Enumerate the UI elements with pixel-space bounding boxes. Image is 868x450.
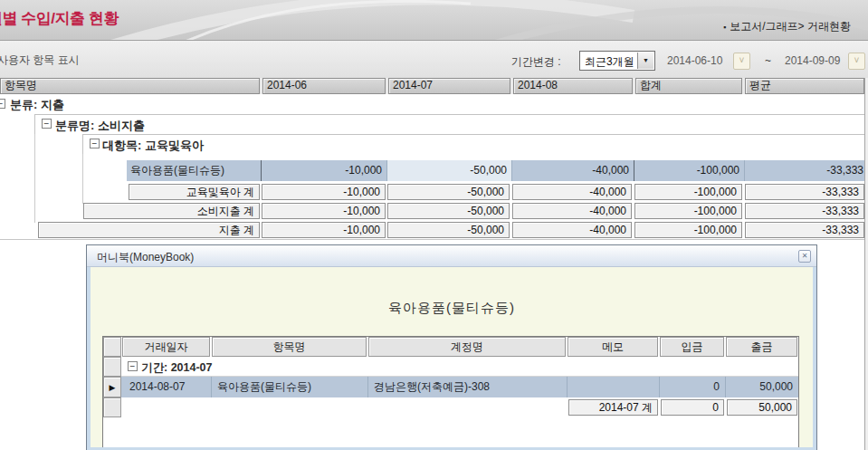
data-cell-2014-07-selected[interactable]: -50,000: [386, 160, 511, 181]
group-panel-level2: [34, 114, 865, 135]
summary-cell: -33,333: [745, 203, 864, 219]
toolbar: 사용자 항목 표시 기간변경 : 최근3개월 ▼ 2014-06-10 ˅ ~ …: [0, 41, 868, 78]
column-header-total[interactable]: 합계: [635, 78, 742, 94]
popup-cell-withdrawal[interactable]: 50,000: [725, 377, 798, 397]
summary-cell: -50,000: [387, 222, 510, 238]
indent-guide-line: [82, 154, 83, 204]
close-icon: ✕: [802, 252, 808, 260]
popup-column-withdrawal[interactable]: 출금: [726, 337, 797, 357]
popup-heading: 육아용품(물티슈등): [91, 300, 813, 317]
data-cell-total[interactable]: -100,000: [634, 160, 744, 181]
popup-summary-deposit: 0: [661, 399, 724, 416]
popup-cell-item[interactable]: 육아용품(물티슈등): [211, 377, 367, 397]
popup-window-title: 머니북(MoneyBook): [97, 250, 194, 265]
popup-cell-date[interactable]: 2014-08-07: [121, 377, 211, 397]
group-row-category-name: 분류명: 소비지출: [55, 118, 145, 134]
column-header-average[interactable]: 평균: [745, 78, 864, 94]
period-change-label: 기간변경 :: [511, 54, 561, 70]
data-row[interactable]: 육아용품(물티슈등) -10,000 -50,000 -40,000 -100,…: [127, 160, 868, 181]
column-header-2014-08[interactable]: 2014-08: [513, 78, 633, 94]
date-from-picker-button[interactable]: ˅: [733, 53, 750, 70]
date-to-picker-button[interactable]: ˅: [848, 53, 865, 70]
popup-summary-label: 2014-07 계: [568, 399, 658, 416]
summary-cell: -100,000: [634, 203, 742, 219]
user-item-label: 사용자 항목 표시: [0, 53, 80, 68]
summary-label-consumption: 소비지출 계: [83, 203, 260, 219]
summary-cell: -10,000: [262, 184, 386, 200]
period-select-value: 최근3개월: [585, 54, 634, 70]
summary-label-expense: 지출 계: [38, 222, 260, 238]
data-cell-2014-08[interactable]: -40,000: [511, 160, 634, 181]
indent-guide-line: [34, 134, 35, 223]
summary-cell: -100,000: [634, 184, 742, 200]
summary-cell: -40,000: [512, 222, 632, 238]
popup-group-row: [121, 357, 798, 377]
period-select[interactable]: 최근3개월 ▼: [579, 51, 655, 71]
current-row-marker-icon: ▶: [110, 383, 116, 392]
page-title: 월별 수입/지출 현황: [0, 8, 119, 29]
collapse-icon[interactable]: −: [0, 99, 5, 109]
page-header: 월별 수입/지출 현황 ▪보고서/그래프> 거래현황: [0, 0, 868, 41]
breadcrumb-text: 보고서/그래프> 거래현황: [730, 20, 851, 33]
summary-cell: -10,000: [262, 222, 386, 238]
breadcrumb-bullet-icon: ▪: [723, 23, 726, 32]
column-header-item-name[interactable]: 항목명: [0, 78, 260, 94]
summary-cell: -40,000: [512, 203, 632, 219]
summary-cell: -50,000: [387, 184, 510, 200]
group-row-category: 분류: 지출: [10, 97, 64, 113]
popup-table: 거래일자 항목명 계정명 메모 입금 출금 − 기간: 2014-07 ▶ 20…: [102, 336, 799, 447]
chevron-down-icon: ˅: [854, 55, 860, 65]
popup-column-account[interactable]: 계정명: [368, 337, 566, 357]
dropdown-arrow-icon[interactable]: ▼: [637, 53, 653, 69]
popup-client-area: 육아용품(물티슈등) (2014-07-10 ~ 2014-08-09) 거래일…: [91, 267, 813, 447]
group-row-major-item: 대항목: 교육및육아: [102, 138, 204, 154]
chevron-down-icon: ˅: [739, 55, 745, 65]
popup-column-memo[interactable]: 메모: [568, 337, 658, 357]
popup-cell-account[interactable]: 경남은행(저축예금)-308: [367, 377, 567, 397]
collapse-icon[interactable]: −: [128, 361, 138, 371]
summary-cell: -10,000: [262, 203, 386, 219]
row-selector-cell: [103, 397, 121, 417]
summary-cell: -40,000: [512, 184, 632, 200]
collapse-icon[interactable]: −: [42, 119, 52, 129]
popup-column-item[interactable]: 항목명: [212, 337, 367, 357]
summary-label-education: 교육및육아 계: [129, 184, 260, 200]
summary-cell: -100,000: [634, 222, 742, 238]
data-cell-average[interactable]: -33,333: [744, 160, 868, 181]
popup-window: 머니북(MoneyBook) ✕ 육아용품(물티슈등) (2014-07-10 …: [86, 244, 817, 450]
breadcrumb[interactable]: ▪보고서/그래프> 거래현황: [723, 19, 851, 34]
grid-bottom-border: [0, 239, 865, 240]
summary-cell: -33,333: [745, 222, 864, 238]
row-selector-cell: [103, 357, 121, 377]
date-to-value: 2014-09-09: [785, 54, 840, 67]
data-cell-2014-06[interactable]: -10,000: [261, 160, 386, 181]
summary-cell: -50,000: [387, 203, 510, 219]
date-range-separator: ~: [765, 54, 771, 67]
column-header-2014-07[interactable]: 2014-07: [388, 78, 510, 94]
popup-cell-deposit[interactable]: 0: [659, 377, 725, 397]
popup-title-bar[interactable]: 머니북(MoneyBook) ✕: [87, 245, 816, 267]
collapse-icon[interactable]: −: [90, 139, 100, 148]
row-selector-current[interactable]: ▶: [103, 377, 121, 397]
row-selector-header-cell: [103, 337, 121, 357]
popup-column-date[interactable]: 거래일자: [122, 337, 210, 357]
close-button[interactable]: ✕: [798, 250, 811, 263]
popup-group-label: 기간: 2014-07: [141, 360, 213, 376]
popup-summary-withdrawal: 50,000: [727, 399, 797, 416]
column-header-2014-06[interactable]: 2014-06: [262, 78, 386, 94]
popup-cell-memo[interactable]: [567, 377, 659, 397]
app-window: 월별 수입/지출 현황 ▪보고서/그래프> 거래현황 사용자 항목 표시 기간변…: [0, 0, 868, 450]
popup-data-row[interactable]: 2014-08-07 육아용품(물티슈등) 경남은행(저축예금)-308 0 5…: [121, 377, 798, 397]
popup-column-deposit[interactable]: 입금: [660, 337, 724, 357]
date-from-value: 2014-06-10: [667, 54, 722, 67]
data-row-label[interactable]: 육아용품(물티슈등): [127, 160, 261, 181]
summary-cell: -33,333: [745, 184, 864, 200]
